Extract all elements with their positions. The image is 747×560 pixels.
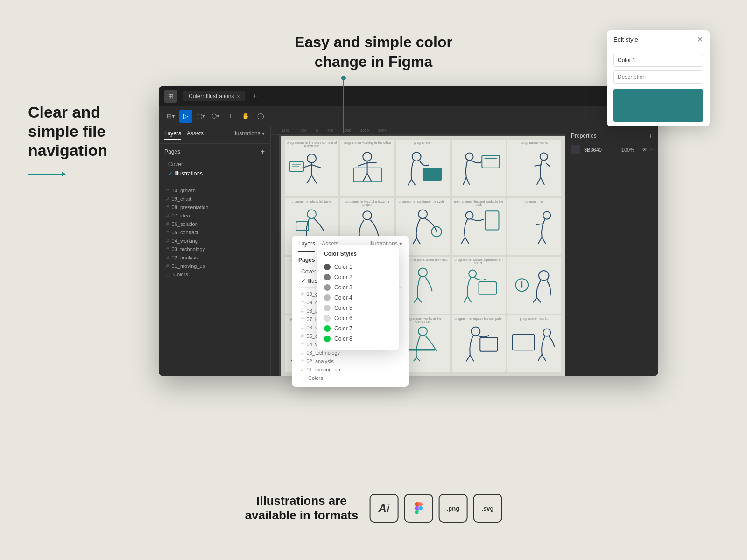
overlay-layer-colors[interactable]: ⬚Colors (298, 374, 402, 382)
illus-cell-15 (507, 257, 561, 314)
svg-line-83 (414, 357, 417, 361)
figma-content: Layers Assets Illustrations ▾ Pages + Co… (159, 126, 658, 376)
color-style-5[interactable]: Color 5 (324, 303, 393, 313)
color-style-8[interactable]: Color 8 (324, 334, 393, 344)
svg-line-62 (464, 296, 467, 302)
color-style-4[interactable]: Color 4 (324, 293, 393, 303)
layer-08-presentation[interactable]: #08_presentation (164, 203, 265, 211)
layers-tab[interactable]: Layers (164, 130, 181, 140)
hand-tool-btn[interactable]: ✋ (239, 110, 252, 123)
color-dot-4 (324, 294, 331, 301)
color-style-6[interactable]: Color 6 (324, 313, 393, 323)
illus-cell-3: programmer (396, 140, 450, 196)
svg-line-90 (538, 354, 542, 360)
description-input[interactable] (613, 70, 703, 84)
svg-point-81 (419, 327, 428, 336)
svg-point-16 (412, 152, 421, 161)
svg-point-60 (469, 270, 476, 278)
arrow-line (28, 174, 65, 175)
format-png-badge: .png (438, 494, 467, 523)
add-property-button[interactable]: + (649, 132, 653, 140)
layer-colors[interactable]: ⬚Colors (164, 270, 265, 279)
svg-rect-19 (423, 168, 442, 181)
color-styles-title: Color Styles (324, 251, 393, 257)
layer-04-working[interactable]: #04_working (164, 237, 265, 245)
eye-icon[interactable]: 👁 (642, 147, 648, 153)
figma-toolbar: ⊞▾ ▷ ⬚▾ ⬡▾ T ✋ ◯ (159, 106, 658, 126)
edit-style-overlay: Edit style ✕ (607, 30, 710, 126)
illustrations-tab[interactable]: Illustrations ▾ (232, 130, 265, 140)
figma-titlebar: ⊞ Cuterr Illustrations × + (159, 86, 658, 106)
add-tab-button[interactable]: + (253, 92, 257, 100)
overlay-layer-02[interactable]: #02_analysis (298, 357, 402, 365)
layer-06-solution[interactable]: #06_solution (164, 220, 265, 228)
svg-line-50 (542, 237, 545, 243)
close-icon[interactable]: ✕ (697, 35, 703, 44)
color-property: 3B3640 100% 👁 − (571, 145, 653, 154)
bottom-section: Illustrations are available in formats A… (245, 494, 502, 523)
page-illustrations[interactable]: Illustrations (164, 169, 265, 178)
svg-line-21 (463, 177, 466, 185)
svg-line-58 (414, 298, 418, 303)
svg-line-91 (542, 354, 545, 360)
layer-09-chart[interactable]: #09_chart (164, 195, 265, 203)
figma-window: ⊞ Cuterr Illustrations × + ⊞▾ ▷ ⬚▾ ⬡▾ T … (159, 86, 658, 376)
svg-line-17 (408, 179, 412, 185)
svg-rect-44 (485, 211, 499, 230)
bottom-text: Illustrations are available in formats (245, 494, 359, 523)
overlay-layers-tab[interactable]: Layers (298, 240, 315, 252)
ruler-vertical (271, 135, 279, 376)
property-icons: 👁 − (642, 147, 653, 153)
comment-tool-btn[interactable]: ◯ (254, 110, 267, 123)
color-name-input[interactable] (613, 54, 703, 67)
text-tool-btn[interactable]: T (224, 110, 237, 123)
figma-tab[interactable]: Cuterr Illustrations × (183, 91, 245, 101)
move-tool-btn[interactable]: ⊞▾ (164, 110, 177, 123)
layer-07-idea[interactable]: #07_idea (164, 211, 265, 220)
frame-tool-btn[interactable]: ⬚▾ (194, 110, 207, 123)
color-style-3[interactable]: Color 3 (324, 282, 393, 293)
layer-03-technology[interactable]: #03_technology (164, 245, 265, 253)
color-preview (613, 89, 703, 122)
layer-01-moving-up[interactable]: #01_moving_up (164, 262, 265, 270)
color-hex-value: 3B3640 (584, 147, 602, 153)
assets-tab[interactable]: Assets (187, 130, 204, 140)
color-dot-5 (324, 305, 331, 311)
shape-tool-btn[interactable]: ⬡▾ (209, 110, 222, 123)
ruler-horizontal: -1200 -500 0 750 1000 1550 8000 (271, 126, 565, 135)
minus-icon[interactable]: − (649, 147, 653, 153)
color-label-3: Color 3 (334, 284, 352, 291)
svg-point-85 (471, 327, 480, 336)
color-dot-8 (324, 336, 331, 342)
layer-02-analysis[interactable]: #02_analysis (164, 253, 265, 262)
properties-header: Properties + (571, 132, 653, 140)
svg-line-88 (470, 355, 473, 361)
svg-line-22 (466, 177, 469, 185)
svg-rect-61 (479, 282, 496, 294)
svg-point-25 (540, 153, 547, 161)
layer-05-contract[interactable]: #05_contract (164, 228, 265, 237)
color-style-7[interactable]: Color 7 (324, 323, 393, 334)
pages-label: Pages (164, 148, 180, 155)
color-style-2[interactable]: Color 2 (324, 272, 393, 282)
panel-tabs: Layers Assets Illustrations ▾ (159, 126, 270, 144)
home-icon[interactable]: ⊞ (164, 90, 177, 103)
color-style-1[interactable]: Color 1 (324, 262, 393, 272)
overlay-layer-01[interactable]: #01_moving_up (298, 365, 402, 374)
tab-close-icon[interactable]: × (237, 94, 240, 99)
overlay-layer-03[interactable]: #03_technology (298, 349, 402, 357)
figma-icon (411, 501, 426, 516)
pages-header: Pages + (164, 147, 265, 156)
select-tool-btn[interactable]: ▷ (179, 110, 192, 123)
pages-section: Pages + Cover Illustrations (159, 144, 270, 182)
illus-cell-4 (452, 140, 506, 196)
add-page-button[interactable]: + (261, 147, 265, 156)
color-swatch[interactable] (571, 145, 580, 154)
svg-point-34 (363, 211, 372, 220)
svg-rect-86 (480, 337, 498, 351)
figma-area: ⊞ Cuterr Illustrations × + ⊞▾ ▷ ⬚▾ ⬡▾ T … (159, 86, 658, 390)
page-cover[interactable]: Cover (164, 160, 265, 169)
color-label-6: Color 6 (334, 315, 352, 322)
svg-line-66 (537, 298, 541, 303)
layer-10-growth[interactable]: #10_growth (164, 186, 265, 195)
